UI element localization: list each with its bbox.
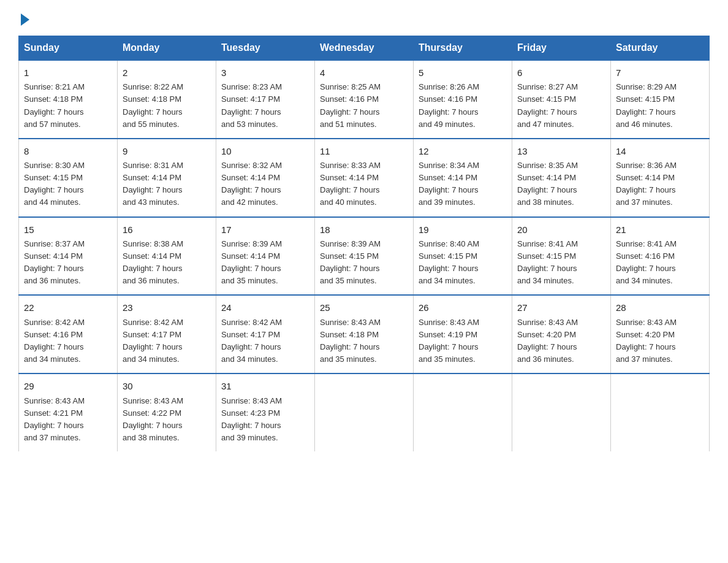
day-info: Sunrise: 8:37 AMSunset: 4:14 PMDaylight:… <box>24 239 85 285</box>
day-info: Sunrise: 8:43 AMSunset: 4:20 PMDaylight:… <box>517 318 578 364</box>
calendar-cell: 6Sunrise: 8:27 AMSunset: 4:15 PMDaylight… <box>512 60 611 139</box>
day-number: 4 <box>320 66 408 80</box>
day-info: Sunrise: 8:33 AMSunset: 4:14 PMDaylight:… <box>320 161 381 207</box>
calendar-cell: 8Sunrise: 8:30 AMSunset: 4:15 PMDaylight… <box>19 139 118 217</box>
calendar-week-row: 1Sunrise: 8:21 AMSunset: 4:18 PMDaylight… <box>19 60 710 139</box>
day-number: 14 <box>616 144 704 158</box>
calendar-cell: 27Sunrise: 8:43 AMSunset: 4:20 PMDayligh… <box>512 295 611 373</box>
day-number: 8 <box>24 144 112 158</box>
day-number: 16 <box>123 223 211 237</box>
day-number: 20 <box>517 223 605 237</box>
day-info: Sunrise: 8:31 AMSunset: 4:14 PMDaylight:… <box>123 161 183 207</box>
day-number: 31 <box>221 379 309 393</box>
day-info: Sunrise: 8:41 AMSunset: 4:16 PMDaylight:… <box>616 239 677 285</box>
calendar-cell: 28Sunrise: 8:43 AMSunset: 4:20 PMDayligh… <box>611 295 710 373</box>
day-info: Sunrise: 8:43 AMSunset: 4:18 PMDaylight:… <box>320 318 381 364</box>
page-header <box>18 12 710 23</box>
day-info: Sunrise: 8:38 AMSunset: 4:14 PMDaylight:… <box>123 239 183 285</box>
calendar-cell: 11Sunrise: 8:33 AMSunset: 4:14 PMDayligh… <box>315 139 414 217</box>
day-info: Sunrise: 8:32 AMSunset: 4:14 PMDaylight:… <box>221 161 282 207</box>
calendar-cell: 12Sunrise: 8:34 AMSunset: 4:14 PMDayligh… <box>414 139 512 217</box>
day-number: 5 <box>419 66 507 80</box>
day-number: 18 <box>320 223 408 237</box>
day-number: 29 <box>24 379 112 393</box>
calendar-cell: 25Sunrise: 8:43 AMSunset: 4:18 PMDayligh… <box>315 295 414 373</box>
weekday-header-thursday: Thursday <box>414 36 512 61</box>
day-number: 25 <box>320 301 408 315</box>
day-number: 2 <box>123 66 211 80</box>
calendar-cell: 17Sunrise: 8:39 AMSunset: 4:14 PMDayligh… <box>216 217 315 296</box>
day-info: Sunrise: 8:43 AMSunset: 4:21 PMDaylight:… <box>24 396 85 442</box>
day-number: 15 <box>24 223 112 237</box>
day-info: Sunrise: 8:29 AMSunset: 4:15 PMDaylight:… <box>616 82 677 128</box>
calendar-cell: 2Sunrise: 8:22 AMSunset: 4:18 PMDaylight… <box>118 60 216 139</box>
day-info: Sunrise: 8:43 AMSunset: 4:22 PMDaylight:… <box>123 396 183 442</box>
calendar-cell: 1Sunrise: 8:21 AMSunset: 4:18 PMDaylight… <box>19 60 118 139</box>
calendar-cell: 7Sunrise: 8:29 AMSunset: 4:15 PMDaylight… <box>611 60 710 139</box>
day-info: Sunrise: 8:41 AMSunset: 4:15 PMDaylight:… <box>517 239 578 285</box>
calendar-cell: 18Sunrise: 8:39 AMSunset: 4:15 PMDayligh… <box>315 217 414 296</box>
calendar-cell: 13Sunrise: 8:35 AMSunset: 4:14 PMDayligh… <box>512 139 611 217</box>
weekday-header-sunday: Sunday <box>19 36 118 61</box>
day-info: Sunrise: 8:42 AMSunset: 4:16 PMDaylight:… <box>24 318 85 364</box>
day-info: Sunrise: 8:40 AMSunset: 4:15 PMDaylight:… <box>419 239 479 285</box>
day-number: 9 <box>123 144 211 158</box>
day-info: Sunrise: 8:34 AMSunset: 4:14 PMDaylight:… <box>419 161 479 207</box>
day-info: Sunrise: 8:27 AMSunset: 4:15 PMDaylight:… <box>517 82 578 128</box>
day-number: 12 <box>419 144 507 158</box>
day-info: Sunrise: 8:39 AMSunset: 4:14 PMDaylight:… <box>221 239 282 285</box>
calendar-cell: 14Sunrise: 8:36 AMSunset: 4:14 PMDayligh… <box>611 139 710 217</box>
day-number: 27 <box>517 301 605 315</box>
calendar-week-row: 15Sunrise: 8:37 AMSunset: 4:14 PMDayligh… <box>19 217 710 296</box>
weekday-header-monday: Monday <box>118 36 216 61</box>
calendar-week-row: 29Sunrise: 8:43 AMSunset: 4:21 PMDayligh… <box>19 373 710 451</box>
logo <box>18 12 29 23</box>
day-number: 30 <box>123 379 211 393</box>
day-number: 24 <box>221 301 309 315</box>
day-info: Sunrise: 8:30 AMSunset: 4:15 PMDaylight:… <box>24 161 85 207</box>
calendar-cell: 22Sunrise: 8:42 AMSunset: 4:16 PMDayligh… <box>19 295 118 373</box>
day-info: Sunrise: 8:22 AMSunset: 4:18 PMDaylight:… <box>123 82 183 128</box>
day-info: Sunrise: 8:35 AMSunset: 4:14 PMDaylight:… <box>517 161 578 207</box>
day-number: 21 <box>616 223 704 237</box>
day-info: Sunrise: 8:36 AMSunset: 4:14 PMDaylight:… <box>616 161 677 207</box>
calendar-cell <box>512 373 611 451</box>
day-number: 26 <box>419 301 507 315</box>
day-info: Sunrise: 8:43 AMSunset: 4:19 PMDaylight:… <box>419 318 479 364</box>
calendar-cell: 10Sunrise: 8:32 AMSunset: 4:14 PMDayligh… <box>216 139 315 217</box>
calendar-cell: 21Sunrise: 8:41 AMSunset: 4:16 PMDayligh… <box>611 217 710 296</box>
calendar-cell: 20Sunrise: 8:41 AMSunset: 4:15 PMDayligh… <box>512 217 611 296</box>
weekday-header-friday: Friday <box>512 36 611 61</box>
day-info: Sunrise: 8:25 AMSunset: 4:16 PMDaylight:… <box>320 82 381 128</box>
day-number: 22 <box>24 301 112 315</box>
day-number: 7 <box>616 66 704 80</box>
calendar-cell <box>414 373 512 451</box>
day-number: 23 <box>123 301 211 315</box>
calendar-cell <box>315 373 414 451</box>
day-info: Sunrise: 8:23 AMSunset: 4:17 PMDaylight:… <box>221 82 282 128</box>
calendar-cell: 26Sunrise: 8:43 AMSunset: 4:19 PMDayligh… <box>414 295 512 373</box>
day-info: Sunrise: 8:39 AMSunset: 4:15 PMDaylight:… <box>320 239 381 285</box>
calendar-cell: 4Sunrise: 8:25 AMSunset: 4:16 PMDaylight… <box>315 60 414 139</box>
day-number: 11 <box>320 144 408 158</box>
calendar-cell: 31Sunrise: 8:43 AMSunset: 4:23 PMDayligh… <box>216 373 315 451</box>
weekday-header-row: SundayMondayTuesdayWednesdayThursdayFrid… <box>19 36 710 61</box>
weekday-header-saturday: Saturday <box>611 36 710 61</box>
day-info: Sunrise: 8:42 AMSunset: 4:17 PMDaylight:… <box>123 318 183 364</box>
calendar-week-row: 22Sunrise: 8:42 AMSunset: 4:16 PMDayligh… <box>19 295 710 373</box>
weekday-header-tuesday: Tuesday <box>216 36 315 61</box>
calendar-cell: 16Sunrise: 8:38 AMSunset: 4:14 PMDayligh… <box>118 217 216 296</box>
weekday-header-wednesday: Wednesday <box>315 36 414 61</box>
day-number: 1 <box>24 66 112 80</box>
day-info: Sunrise: 8:42 AMSunset: 4:17 PMDaylight:… <box>221 318 282 364</box>
calendar-cell <box>611 373 710 451</box>
day-number: 10 <box>221 144 309 158</box>
day-number: 3 <box>221 66 309 80</box>
logo-arrow-icon <box>21 13 29 26</box>
calendar-cell: 3Sunrise: 8:23 AMSunset: 4:17 PMDaylight… <box>216 60 315 139</box>
calendar-week-row: 8Sunrise: 8:30 AMSunset: 4:15 PMDaylight… <box>19 139 710 217</box>
day-number: 28 <box>616 301 704 315</box>
calendar-cell: 29Sunrise: 8:43 AMSunset: 4:21 PMDayligh… <box>19 373 118 451</box>
day-info: Sunrise: 8:26 AMSunset: 4:16 PMDaylight:… <box>419 82 479 128</box>
day-number: 17 <box>221 223 309 237</box>
